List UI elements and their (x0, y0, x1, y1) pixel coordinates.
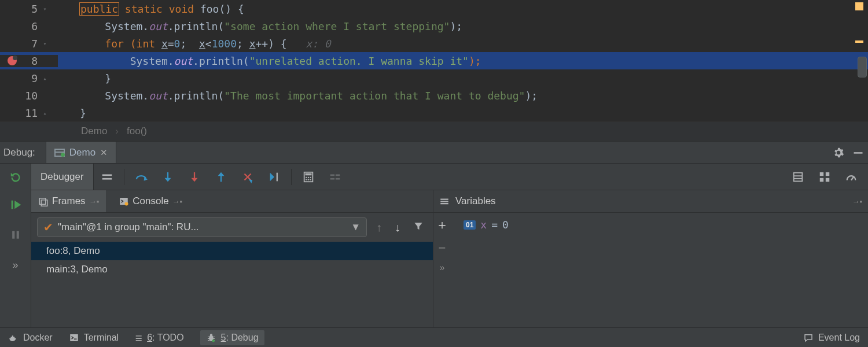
svg-rect-21 (820, 178, 823, 181)
show-execution-point-button[interactable] (94, 164, 120, 190)
debugger-tab[interactable]: Debugger (31, 164, 94, 190)
frames-tab[interactable]: Frames →▪ (31, 190, 106, 212)
svg-rect-12 (330, 174, 334, 176)
code-line-current[interactable]: 8 System.out.println("unrelated action. … (0, 52, 868, 69)
fold-icon[interactable]: ▾ (42, 5, 49, 12)
breakpoint-icon[interactable] (8, 56, 17, 65)
drop-frame-button[interactable] (234, 164, 261, 190)
breadcrumb-item[interactable]: Demo (81, 125, 107, 137)
fold-icon[interactable]: ▴ (42, 109, 49, 116)
code-line[interactable]: 6 System.out.println("some action where … (0, 17, 868, 35)
debug-toolbar: Debugger (0, 163, 868, 190)
run-config-tab[interactable]: Demo ✕ (46, 142, 116, 163)
step-out-icon (215, 171, 227, 183)
close-icon[interactable]: ✕ (100, 147, 108, 158)
add-watch-button[interactable]: ＋ (436, 216, 448, 234)
terminal-tool-window-button[interactable]: Terminal (69, 333, 119, 343)
gear-icon (833, 147, 844, 158)
event-log-button[interactable]: Event Log (803, 333, 860, 343)
step-over-button[interactable] (128, 164, 155, 190)
debug-tool-window-button[interactable]: 5: Debug (200, 330, 264, 345)
thread-selector[interactable]: ✔ "main"@1 in group "main": RU... ▼ (37, 217, 367, 237)
svg-rect-24 (11, 201, 13, 209)
pin-icon[interactable]: →▪ (89, 197, 100, 206)
stream-icon (329, 171, 341, 183)
svg-rect-31 (440, 199, 448, 200)
step-out-button[interactable] (208, 164, 234, 190)
resume-button[interactable] (0, 190, 31, 220)
fold-icon[interactable]: ▴ (42, 75, 49, 82)
debug-label: Debug: (0, 147, 46, 158)
thread-name: "main"@1 in group "main": RU... (58, 222, 199, 233)
remove-watch-button[interactable]: − (439, 241, 446, 256)
settings-button[interactable] (829, 143, 848, 163)
svg-rect-33 (440, 203, 448, 204)
todo-tool-window-button[interactable]: ≣ 6: TODO (135, 332, 183, 343)
code-text: System.out.println("some action where I … (58, 20, 868, 32)
more-button[interactable]: » (0, 250, 31, 280)
frames-icon (38, 196, 49, 206)
code-line[interactable]: 7 ▾ for (int x=0; x<1000; x++) { x: 0 (0, 35, 868, 52)
gauge-icon (845, 171, 858, 183)
breadcrumb-item[interactable]: foo() (127, 125, 147, 137)
pin-icon[interactable]: →▪ (852, 197, 862, 206)
application-icon (54, 149, 65, 157)
step-into-button[interactable] (155, 164, 181, 190)
variable-row[interactable]: 01 x = 0 (451, 213, 868, 237)
code-text: System.out.println("The most important a… (58, 90, 868, 102)
svg-point-36 (209, 334, 212, 337)
force-step-into-button[interactable] (181, 164, 208, 190)
svg-rect-27 (39, 198, 46, 205)
svg-point-6 (306, 176, 307, 178)
trace-current-stream-button[interactable] (322, 164, 348, 190)
next-frame-button[interactable]: ↓ (391, 221, 404, 234)
code-line[interactable]: 10 System.out.println("The most importan… (0, 87, 868, 104)
more-watches-button[interactable]: » (440, 263, 445, 273)
prev-frame-button[interactable]: ↑ (373, 221, 385, 234)
evaluate-expression-button[interactable] (295, 164, 322, 190)
frame-item[interactable]: foo:8, Demo (31, 242, 433, 260)
scrollbar-thumb[interactable] (858, 57, 867, 77)
variables-title: Variables (455, 195, 496, 207)
svg-rect-0 (854, 152, 863, 154)
pause-button[interactable] (0, 220, 31, 250)
frames-list[interactable]: foo:8, Demo main:3, Demo (31, 242, 433, 279)
line-number: 7 (20, 38, 38, 50)
svg-rect-16 (794, 172, 803, 181)
svg-rect-22 (826, 178, 829, 181)
minimize-button[interactable] (848, 143, 868, 163)
breadcrumb[interactable]: Demo › foo() (0, 121, 868, 141)
grid-icon (818, 171, 831, 183)
filter-button[interactable] (410, 221, 427, 234)
svg-point-11 (310, 179, 311, 180)
svg-rect-5 (305, 173, 311, 175)
funnel-icon (413, 221, 424, 231)
layout-button[interactable] (785, 164, 811, 190)
code-text: } (58, 107, 868, 119)
console-tab[interactable]: Console →▪ (112, 190, 189, 212)
console-icon (119, 196, 129, 206)
code-line[interactable]: 9 ▴ } (0, 69, 868, 87)
frames-panel: Frames →▪ Console →▪ ✔ "main"@1 in group… (31, 190, 433, 327)
code-line[interactable]: 5 ▾ public static void foo() { (0, 0, 868, 17)
memory-view-button[interactable] (838, 164, 865, 190)
code-text: for (int x=0; x<1000; x++) { x: 0 (58, 38, 868, 50)
settings-view-button[interactable] (811, 164, 838, 190)
code-text: public static void foo() { (58, 3, 868, 15)
run-to-cursor-button[interactable] (261, 164, 288, 190)
frame-item[interactable]: main:3, Demo (31, 260, 433, 279)
pin-icon[interactable]: →▪ (172, 197, 183, 206)
svg-rect-14 (330, 178, 334, 179)
debug-panels: » Frames →▪ Console →▪ ✔ "main"@1 in gro… (0, 190, 868, 327)
svg-point-37 (212, 339, 215, 342)
docker-tool-window-button[interactable]: Docker (8, 333, 53, 343)
chevron-right-icon: › (115, 125, 119, 137)
warning-stripe-icon[interactable] (855, 40, 863, 43)
code-line[interactable]: 11 ▴ } (0, 104, 868, 121)
fold-icon[interactable]: ▾ (42, 40, 49, 47)
warning-marker-icon[interactable] (855, 2, 863, 10)
code-editor[interactable]: 5 ▾ public static void foo() { 6 System.… (0, 0, 868, 121)
rerun-button[interactable] (0, 164, 31, 190)
svg-rect-34 (70, 334, 78, 341)
svg-rect-28 (41, 200, 47, 206)
